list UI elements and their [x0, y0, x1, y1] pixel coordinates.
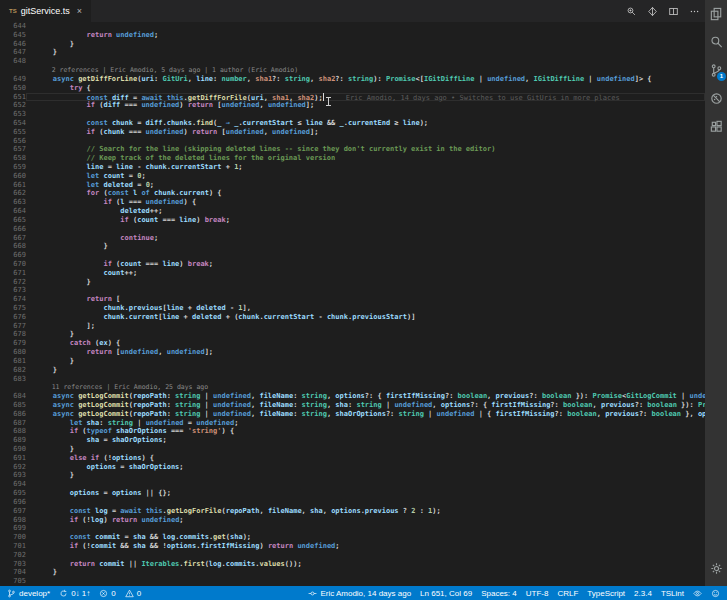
sidebar-item-search[interactable] — [705, 28, 727, 56]
code-text[interactable]: } — [26, 445, 705, 454]
language-mode[interactable]: TypeScript — [587, 589, 625, 598]
line-number[interactable]: 675 — [0, 304, 26, 313]
git-branch[interactable]: develop* — [7, 589, 50, 598]
line-number[interactable]: 678 — [0, 330, 26, 339]
line-number[interactable]: 680 — [0, 348, 26, 357]
open-changes-button[interactable] — [625, 5, 637, 17]
line-number[interactable]: 672 — [0, 278, 26, 287]
line-number[interactable]: 662 — [0, 189, 26, 198]
settings-button[interactable] — [705, 554, 727, 582]
split-editor-button[interactable] — [667, 5, 679, 17]
line-number[interactable]: 701 — [0, 542, 26, 551]
code-text[interactable] — [26, 286, 705, 295]
line-number[interactable]: 646 — [0, 40, 26, 49]
code-text[interactable]: } — [26, 330, 705, 339]
code-text[interactable] — [26, 57, 705, 66]
code-text[interactable]: } — [26, 242, 705, 251]
line-number[interactable]: 705 — [0, 577, 26, 586]
line-number[interactable]: 686 — [0, 410, 26, 419]
tslint-status[interactable]: TSLint — [661, 589, 684, 598]
line-number[interactable]: 652 — [0, 101, 26, 110]
code-text[interactable] — [26, 22, 705, 31]
code-text[interactable] — [26, 577, 705, 586]
code-text[interactable]: if (count === line) break; — [26, 216, 705, 225]
code-text[interactable] — [26, 225, 705, 234]
line-number[interactable]: 682 — [0, 366, 26, 375]
close-icon[interactable]: × — [77, 6, 82, 16]
ts-version[interactable]: 2.3.4 — [634, 589, 652, 598]
line-number[interactable]: 660 — [0, 172, 26, 181]
line-number[interactable]: 645 — [0, 31, 26, 40]
eol[interactable]: CRLF — [557, 589, 578, 598]
code-text[interactable] — [26, 137, 705, 146]
code-text[interactable] — [26, 251, 705, 260]
code-text[interactable] — [26, 480, 705, 489]
code-text[interactable]: if (!log) return undefined; — [26, 516, 705, 525]
problems-errors[interactable]: 0 — [99, 589, 115, 598]
line-number[interactable]: 659 — [0, 163, 26, 172]
code-text[interactable]: line = line - chunk.currentStart + 1; — [26, 163, 705, 172]
code-text[interactable]: sha = shaOrOptions; — [26, 436, 705, 445]
cursor-position[interactable]: Ln 651, Col 69 — [420, 589, 472, 598]
code-text[interactable]: } — [26, 357, 705, 366]
codelens-label[interactable]: 2 references | Eric Amodio, 5 days ago |… — [36, 66, 298, 74]
code-text[interactable] — [26, 110, 705, 119]
code-text[interactable]: try { — [26, 84, 705, 93]
line-number[interactable]: 666 — [0, 225, 26, 234]
code-text[interactable]: const diff = await this.getDiffForFile(u… — [26, 93, 705, 102]
line-number[interactable]: 704 — [0, 568, 26, 577]
line-number[interactable]: 657 — [0, 145, 26, 154]
code-editor[interactable]: 644645 return undefined;646 }647 }648 2 … — [0, 22, 705, 586]
code-text[interactable]: let sha: string | undefined = undefined; — [26, 419, 705, 428]
codelens-label[interactable]: 11 references | Eric Amodio, 25 days ago — [36, 383, 208, 391]
code-text[interactable]: const commit = sha && log.commits.get(sh… — [26, 533, 705, 542]
line-number[interactable]: 698 — [0, 516, 26, 525]
line-number[interactable]: 674 — [0, 295, 26, 304]
code-text[interactable]: if (chunk === undefined) return [undefin… — [26, 128, 705, 137]
sidebar-item-debug[interactable] — [705, 84, 727, 112]
line-number[interactable]: 663 — [0, 198, 26, 207]
line-number[interactable]: 673 — [0, 286, 26, 295]
codelens[interactable]: 11 references | Eric Amodio, 25 days ago — [26, 383, 705, 392]
code-text[interactable] — [26, 551, 705, 560]
code-text[interactable]: let count = 0; — [26, 172, 705, 181]
line-number[interactable]: 693 — [0, 471, 26, 480]
code-text[interactable]: async getLogCommit(repoPath: string | un… — [26, 401, 705, 410]
line-number[interactable]: 679 — [0, 339, 26, 348]
code-text[interactable]: if (diff === undefined) return [undefine… — [26, 101, 705, 110]
feedback-smiley[interactable] — [711, 589, 720, 598]
line-number[interactable]: 691 — [0, 454, 26, 463]
code-text[interactable]: if (!commit && sha && !options.firstIfMi… — [26, 542, 705, 551]
code-text[interactable]: chunk.previous[line + deleted - 1], — [26, 304, 705, 313]
line-number[interactable]: 685 — [0, 401, 26, 410]
code-text[interactable]: async getLogCommit(repoPath: string | un… — [26, 410, 705, 419]
line-number[interactable]: 647 — [0, 48, 26, 57]
gitlens-blame-status[interactable]: Eric Amodio, 14 days ago — [308, 589, 411, 598]
code-text[interactable]: continue; — [26, 234, 705, 243]
line-number[interactable]: 651 — [0, 93, 26, 102]
line-number[interactable]: 692 — [0, 463, 26, 472]
code-text[interactable]: return [ — [26, 295, 705, 304]
sidebar-item-source-control[interactable]: 1 — [705, 56, 727, 84]
line-number[interactable]: 668 — [0, 242, 26, 251]
line-number[interactable]: 653 — [0, 110, 26, 119]
code-text[interactable]: const chunk = diff.chunks.find(_ ⇒ _.cur… — [26, 119, 705, 128]
code-text[interactable]: if (count === line) break; — [26, 260, 705, 269]
line-number[interactable]: 655 — [0, 128, 26, 137]
line-number[interactable]: 671 — [0, 269, 26, 278]
line-number[interactable]: 687 — [0, 419, 26, 428]
line-number[interactable]: 689 — [0, 436, 26, 445]
code-text[interactable]: options = shaOrOptions; — [26, 463, 705, 472]
line-number[interactable]: 656 — [0, 137, 26, 146]
code-text[interactable]: if (l === undefined) { — [26, 198, 705, 207]
code-text[interactable]: deleted++; — [26, 207, 705, 216]
code-text[interactable]: } — [26, 278, 705, 287]
line-number[interactable]: 695 — [0, 489, 26, 498]
code-text[interactable]: catch (ex) { — [26, 339, 705, 348]
line-number[interactable]: 699 — [0, 524, 26, 533]
line-number[interactable]: 696 — [0, 498, 26, 507]
line-number[interactable]: 648 — [0, 57, 26, 66]
line-number[interactable]: 670 — [0, 260, 26, 269]
line-number[interactable]: 688 — [0, 427, 26, 436]
code-text[interactable]: if (typeof shaOrOptions === 'string') { — [26, 427, 705, 436]
